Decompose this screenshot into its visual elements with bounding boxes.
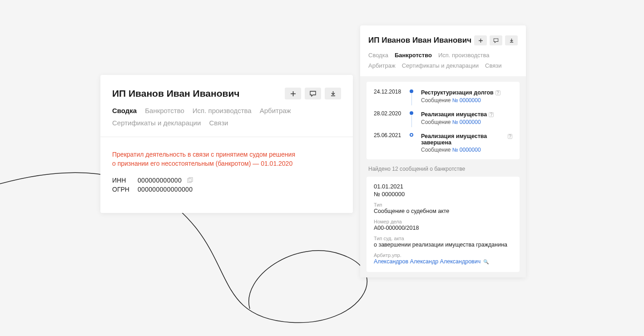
message-field: Тип суд. актао завершении реализации иму… (374, 236, 512, 248)
entity-title: ИП Иванов Иван Иванович (112, 88, 240, 99)
add-button[interactable] (474, 35, 487, 45)
field-label: Арбитр.упр. (374, 252, 512, 258)
tab-арбитраж[interactable]: Арбитраж (260, 107, 291, 114)
status-text: Прекратил деятельность в связи с приняти… (112, 150, 341, 168)
message-link[interactable]: № 0000000 (452, 119, 481, 125)
field-label: Тип (374, 202, 512, 208)
comment-button[interactable] (490, 35, 502, 45)
tab-банкротство[interactable]: Банкротство (395, 52, 432, 59)
timeline-card: 24.12.2018Реструктуризация долгов ?Сообщ… (367, 82, 520, 159)
svg-rect-0 (188, 178, 191, 183)
plus-icon (290, 91, 296, 97)
inn-value: 000000000000 (138, 177, 182, 184)
tab-сводка[interactable]: Сводка (368, 52, 388, 59)
timeline-date: 28.02.2020 (374, 110, 404, 125)
tab-сертификаты-и-декларации[interactable]: Сертификаты и декларации (402, 62, 479, 69)
search-icon[interactable]: 🔍 (483, 259, 489, 264)
comment-icon (493, 38, 498, 43)
svg-rect-1 (189, 178, 193, 182)
tab-сводка[interactable]: Сводка (112, 107, 137, 114)
field-value: о завершении реализации имущества гражда… (374, 242, 512, 248)
tab-сертификаты-и-декларации[interactable]: Сертификаты и декларации (112, 119, 201, 127)
timeline-subtitle: Сообщение № 0000000 (421, 147, 512, 153)
message-field: ТипСообщение о судебном акте (374, 202, 512, 214)
tab-связи[interactable]: Связи (209, 119, 228, 127)
message-card: 01.01.2021 № 0000000 ТипСообщение о суде… (367, 177, 520, 272)
tab-банкротство[interactable]: Банкротство (145, 107, 184, 114)
help-icon[interactable]: ? (508, 134, 512, 139)
timeline-subtitle: Сообщение № 0000000 (421, 119, 512, 125)
timeline-item: 25.06.2021Реализация имущества завершена… (374, 132, 512, 153)
help-icon[interactable]: ? (495, 90, 500, 95)
timeline-title: Реализация имущества ? (421, 111, 494, 118)
found-count: Найдено 12 сообщений о банкротстве (368, 166, 520, 172)
divider (100, 137, 353, 137)
message-field: Арбитр.упр.Александров Александр Алексан… (374, 252, 512, 265)
field-value: Сообщение о судебном акте (374, 208, 512, 214)
message-link[interactable]: № 0000000 (452, 97, 481, 104)
copy-icon[interactable] (187, 177, 193, 183)
field-label: Тип суд. акта (374, 236, 512, 241)
timeline-date: 25.06.2021 (374, 132, 404, 153)
timeline-subtitle: Сообщение № 0000000 (421, 97, 512, 104)
message-number: № 0000000 (374, 191, 512, 198)
timeline-marker (410, 132, 415, 153)
tab-list: СводкаБанкротствоИсп. производстваАрбитр… (368, 52, 518, 76)
ogrn-value: 000000000000000 (138, 186, 193, 193)
tab-арбитраж[interactable]: Арбитраж (368, 62, 396, 69)
message-link[interactable]: № 0000000 (452, 147, 481, 153)
ogrn-label: ОГРН (112, 186, 132, 193)
message-date: 01.01.2021 (374, 183, 512, 190)
comment-button[interactable] (305, 88, 321, 99)
inn-label: ИНН (112, 177, 132, 184)
timeline-item: 24.12.2018Реструктуризация долгов ?Сообщ… (374, 88, 512, 110)
add-button[interactable] (285, 88, 301, 99)
timeline-date: 24.12.2018 (374, 88, 404, 104)
download-icon (330, 91, 336, 97)
tab-исп-производства[interactable]: Исп. производства (438, 52, 490, 59)
field-value[interactable]: Александров Александр Александрович 🔍 (374, 258, 512, 265)
bankruptcy-card: ИП Иванов Иван Иванович СводкаБанкротств… (360, 25, 526, 277)
timeline-title: Реструктуризация долгов ? (421, 89, 500, 96)
card-toolbar (474, 35, 518, 45)
summary-card: ИП Иванов Иван Иванович СводкаБанкротств… (100, 75, 353, 213)
message-field: Номер делаA00-000000/2018 (374, 219, 512, 231)
field-value: A00-000000/2018 (374, 225, 512, 231)
ogrn-row: ОГРН 000000000000000 (112, 186, 341, 193)
download-button[interactable] (505, 35, 518, 45)
tab-исп-производства[interactable]: Исп. производства (193, 107, 252, 114)
comment-icon (310, 91, 316, 97)
plus-icon (478, 38, 483, 43)
tab-связи[interactable]: Связи (485, 62, 501, 69)
timeline-marker (410, 110, 415, 125)
entity-title: ИП Иванов Иван Иванович (368, 36, 471, 45)
inn-row: ИНН 000000000000 (112, 177, 341, 184)
help-icon[interactable]: ? (489, 112, 494, 117)
tab-list: СводкаБанкротствоИсп. производстваАрбитр… (112, 107, 341, 127)
timeline-item: 28.02.2020Реализация имущества ?Сообщени… (374, 110, 512, 132)
timeline-marker (410, 88, 415, 104)
field-label: Номер дела (374, 219, 512, 224)
card-toolbar (285, 88, 341, 99)
download-icon (509, 38, 514, 43)
download-button[interactable] (325, 88, 341, 99)
timeline-title: Реализация имущества завершена ? (421, 133, 512, 146)
